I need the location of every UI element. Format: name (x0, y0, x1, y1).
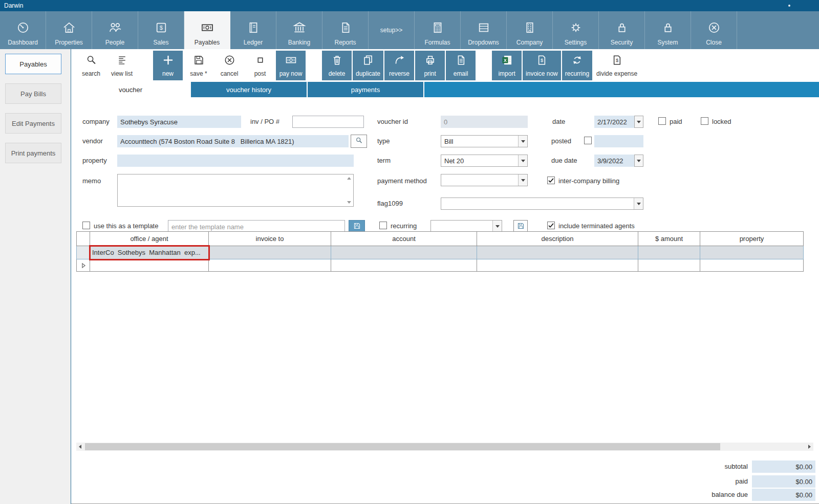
duplicate-button[interactable]: duplicate (353, 51, 383, 80)
date-picker[interactable]: 2/17/2022 (594, 116, 643, 128)
voucher-id-field[interactable] (441, 116, 528, 128)
save-button[interactable]: save * (184, 51, 213, 80)
chevron-down-icon[interactable] (634, 155, 643, 167)
invoice-to-cell[interactable] (209, 246, 331, 259)
ribbon-item-formulas[interactable]: Formulas (415, 11, 461, 49)
paid-checkbox[interactable] (658, 117, 666, 125)
inv-po-field[interactable] (292, 116, 364, 128)
recurring-dropdown[interactable] (430, 220, 502, 232)
sidebar-item-edit-payments[interactable]: Edit Payments (5, 113, 61, 134)
inter-company-billing-checkbox[interactable] (547, 177, 555, 184)
ribbon-item-setup[interactable]: setup>> (369, 11, 415, 49)
property-cell[interactable] (700, 259, 804, 272)
ribbon-item-security[interactable]: Security (599, 11, 645, 49)
ribbon-item-properties[interactable]: Properties (46, 11, 92, 49)
tab-voucher[interactable]: voucher (71, 82, 190, 97)
use-as-template-checkbox[interactable] (82, 222, 90, 229)
ribbon-item-people[interactable]: People (92, 11, 138, 49)
chevron-down-icon[interactable] (634, 198, 643, 209)
scroll-down-icon[interactable] (347, 201, 351, 204)
description-cell[interactable] (477, 259, 638, 272)
company-label: company (82, 118, 110, 125)
column-header-office-agent[interactable]: office / agent (90, 232, 209, 246)
company-field[interactable] (117, 116, 241, 128)
scrollbar-track[interactable] (84, 443, 806, 451)
email-button[interactable]: email (446, 51, 476, 80)
ribbon-item-company[interactable]: Company (507, 11, 553, 49)
window-control-dot[interactable] (788, 5, 790, 7)
cancel-circle-icon (223, 54, 236, 68)
reverse-button[interactable]: reverse (384, 51, 414, 80)
flag1099-label: flag1099 (377, 200, 403, 207)
description-cell[interactable] (477, 246, 638, 259)
ribbon-item-sales[interactable]: Sales (138, 11, 184, 49)
column-header-description[interactable]: description (477, 232, 638, 246)
chevron-down-icon[interactable] (518, 136, 527, 147)
column-header-property[interactable]: property (700, 232, 804, 246)
term-value: Net 20 (441, 155, 518, 166)
recurring-button[interactable]: recurring (562, 51, 592, 80)
post-button[interactable]: post (245, 51, 275, 80)
ribbon-item-settings[interactable]: Settings (553, 11, 599, 49)
search-button[interactable]: search (76, 51, 106, 80)
row-selector-cell[interactable] (77, 259, 90, 272)
scrollbar-thumb[interactable] (85, 443, 720, 450)
ribbon-item-payables[interactable]: Payables (184, 11, 230, 49)
row-selector-header[interactable] (77, 232, 90, 246)
sidebar-item-pay-bills[interactable]: Pay Bills (5, 83, 61, 104)
ribbon-item-dashboard[interactable]: Dashboard (0, 11, 46, 49)
new-button[interactable]: new (153, 51, 183, 80)
payment-method-dropdown[interactable] (441, 174, 528, 186)
chevron-down-icon[interactable] (634, 116, 643, 128)
tab-payments[interactable]: payments (308, 82, 423, 97)
include-terminated-agents-checkbox[interactable] (547, 222, 555, 229)
scroll-up-icon[interactable] (347, 177, 351, 180)
posted-checkbox[interactable] (584, 137, 592, 144)
delete-button[interactable]: delete (322, 51, 352, 80)
memo-input[interactable] (118, 174, 353, 206)
ribbon-item-ledger[interactable]: Ledger (230, 11, 276, 49)
tab-voucher-history[interactable]: voucher history (191, 82, 307, 97)
amount-cell[interactable] (638, 259, 700, 272)
column-header-amount[interactable]: $ amount (638, 232, 700, 246)
ribbon-item-reports[interactable]: Reports (322, 11, 369, 49)
cancel-button[interactable]: cancel (214, 51, 244, 80)
property-cell[interactable] (700, 246, 804, 259)
account-cell[interactable] (331, 259, 477, 272)
office-agent-cell[interactable]: InterCo Sothebys Manhattan exp... (90, 246, 209, 259)
chevron-down-icon[interactable] (518, 174, 527, 186)
office-agent-cell[interactable] (90, 259, 209, 272)
import-button[interactable]: import (492, 51, 522, 80)
print-button[interactable]: print (415, 51, 445, 80)
invoice-now-button[interactable]: invoice now (523, 51, 561, 80)
flag1099-dropdown[interactable] (441, 198, 643, 210)
checkmark-icon (548, 222, 554, 229)
column-header-account[interactable]: account (331, 232, 477, 246)
recurring-checkbox[interactable] (379, 222, 387, 229)
column-header-invoice-to[interactable]: invoice to (209, 232, 331, 246)
locked-checkbox[interactable] (701, 117, 708, 125)
divide-expense-button[interactable]: divide expense (593, 51, 640, 80)
type-dropdown[interactable]: Bill (441, 135, 528, 147)
chevron-down-icon[interactable] (492, 221, 502, 232)
invoice-to-cell[interactable] (209, 259, 331, 272)
vendor-field[interactable] (117, 135, 349, 147)
scroll-right-arrow[interactable] (806, 443, 813, 451)
sidebar-item-print-payments[interactable]: Print payments (5, 143, 61, 163)
sidebar-item-payables[interactable]: Payables (5, 54, 61, 74)
ribbon-item-system[interactable]: System (645, 11, 691, 49)
chevron-down-icon[interactable] (518, 155, 527, 166)
pay-now-button[interactable]: pay now (276, 51, 306, 80)
ribbon-item-close[interactable]: Close (691, 11, 737, 49)
property-field[interactable] (117, 155, 354, 167)
ribbon-item-dropdowns[interactable]: Dropdowns (461, 11, 507, 49)
account-cell[interactable] (331, 246, 477, 259)
scroll-left-arrow[interactable] (76, 443, 84, 451)
ribbon-item-banking[interactable]: Banking (276, 11, 322, 49)
view-list-button[interactable]: view list (107, 51, 137, 80)
due-date-picker[interactable]: 3/9/2022 (594, 155, 643, 167)
amount-cell[interactable] (638, 246, 700, 259)
term-dropdown[interactable]: Net 20 (441, 155, 528, 167)
row-selector-cell[interactable] (77, 246, 90, 259)
vendor-search-button[interactable] (351, 135, 367, 148)
